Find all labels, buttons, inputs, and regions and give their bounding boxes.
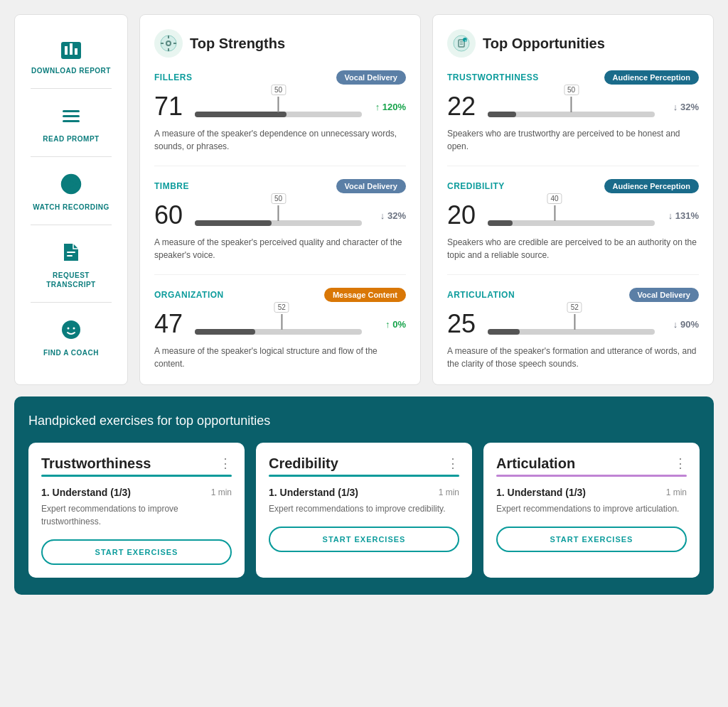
exercise-credibility-accent <box>269 475 459 477</box>
metric-organization-change: ↑ 0% <box>370 319 406 330</box>
fillers-marker-label: 50 <box>271 85 286 95</box>
articulation-bar-track <box>488 329 655 335</box>
exercise-articulation-accent <box>496 475 687 477</box>
organization-marker-label: 52 <box>274 302 289 313</box>
svg-point-11 <box>62 320 80 339</box>
metric-timbre-bar-wrapper: 50 <box>195 205 362 226</box>
metric-articulation-bar-wrapper: 52 <box>488 313 655 335</box>
exercise-articulation-step: 1. Understand (1/3) <box>496 487 586 498</box>
svg-rect-2 <box>70 43 73 55</box>
exercise-credibility-title: Credibility <box>269 455 338 472</box>
opportunities-title: ✓ Top Opportunities <box>447 29 699 58</box>
exercise-articulation-desc: Expert recommendations to improve articu… <box>496 502 687 515</box>
metric-articulation-desc: A measure of the speaker's formation and… <box>447 345 699 370</box>
exercise-articulation-start-btn[interactable]: START EXERCISES <box>496 527 687 552</box>
exercise-card-trustworthiness: Trustworthiness ⋮ 1. Understand (1/3) 1 … <box>28 443 245 578</box>
bar-chart-icon <box>57 33 85 62</box>
exercise-trustworthiness-step: 1. Understand (1/3) <box>41 487 131 498</box>
svg-rect-3 <box>75 48 77 55</box>
organization-marker-line <box>281 314 282 330</box>
exercise-card-articulation-header: Articulation ⋮ <box>496 455 687 472</box>
metric-credibility-change: ↓ 131% <box>663 210 699 221</box>
trustworthiness-bar-track <box>488 112 655 117</box>
sidebar-divider-2 <box>31 156 112 157</box>
exercises-grid: Trustworthiness ⋮ 1. Understand (1/3) 1 … <box>28 443 700 578</box>
credibility-bar-fill <box>488 220 513 226</box>
metric-timbre-desc: A measure of the speaker's perceived qua… <box>154 236 406 261</box>
credibility-marker: 40 <box>547 193 562 221</box>
sidebar-divider-4 <box>31 302 112 303</box>
metric-organization-header: ORGANIZATION Message Content <box>154 288 406 302</box>
svg-point-20 <box>454 36 469 51</box>
organization-bar-track <box>195 329 362 335</box>
credibility-marker-line <box>554 205 555 221</box>
opportunities-icon: ✓ <box>447 29 476 58</box>
fillers-bar-fill <box>195 112 287 117</box>
svg-rect-5 <box>63 115 80 117</box>
articulation-bar-fill <box>488 329 520 335</box>
organization-bar-fill <box>195 329 255 335</box>
timbre-marker-label: 50 <box>271 193 286 204</box>
svg-rect-1 <box>65 46 68 55</box>
sidebar-label-download: DOWNLOAD REPORT <box>31 66 111 75</box>
sidebar-divider-3 <box>31 225 112 225</box>
exercise-articulation-menu[interactable]: ⋮ <box>674 455 687 471</box>
exercise-trustworthiness-start-btn[interactable]: START EXERCISES <box>41 539 232 565</box>
articulation-marker-label: 52 <box>567 302 582 313</box>
trustworthiness-bar-fill <box>488 112 516 117</box>
metric-trustworthiness-desc: Speakers who are trustworthy are perceiv… <box>447 127 699 153</box>
top-section: DOWNLOAD REPORT READ PROMPT <box>14 14 714 385</box>
sidebar-item-request-transcript[interactable]: REQUEST TRANSCRIPT <box>21 231 122 296</box>
top-strengths-card: Top Strengths FILLERS Vocal Delivery 71 … <box>139 14 421 385</box>
metric-organization-badge: Message Content <box>324 288 406 302</box>
sidebar-label-read: READ PROMPT <box>43 134 99 144</box>
exercise-credibility-step: 1. Understand (1/3) <box>269 487 358 498</box>
metric-credibility-badge: Audience Perception <box>604 179 699 193</box>
exercise-credibility-desc: Expert recommendations to improve credib… <box>269 502 459 515</box>
metric-organization-name: ORGANIZATION <box>154 290 224 300</box>
sidebar-item-read-prompt[interactable]: READ PROMPT <box>21 95 122 151</box>
exercise-credibility-start-btn[interactable]: START EXERCISES <box>269 527 459 552</box>
exercise-credibility-step-row: 1. Understand (1/3) 1 min <box>269 487 459 498</box>
trustworthiness-marker-line <box>571 97 572 112</box>
metric-fillers: FILLERS Vocal Delivery 71 50 ↑ 120 <box>154 70 406 166</box>
exercises-section: Handpicked exercises for top opportuniti… <box>14 396 714 595</box>
metric-credibility-bar-row: 20 40 ↓ 131% <box>447 200 699 230</box>
strengths-title: Top Strengths <box>154 29 406 58</box>
metric-fillers-change: ↑ 120% <box>370 102 406 112</box>
articulation-marker-line <box>574 314 575 330</box>
metric-organization-desc: A measure of the speaker's logical struc… <box>154 345 406 370</box>
metric-organization: ORGANIZATION Message Content 47 52 <box>154 288 406 370</box>
sidebar-item-watch-recording[interactable]: WATCH RECORDING <box>21 163 122 219</box>
metric-credibility-score: 20 <box>447 200 479 230</box>
metric-trustworthiness-bar-wrapper: 50 <box>488 96 655 117</box>
metric-trustworthiness-name: TRUSTWORTHINESS <box>447 72 539 82</box>
metric-articulation-badge: Vocal Delivery <box>629 288 699 302</box>
exercise-trustworthiness-menu[interactable]: ⋮ <box>219 455 232 471</box>
metric-credibility-bar-wrapper: 40 <box>488 205 655 226</box>
exercise-credibility-menu[interactable]: ⋮ <box>446 455 459 471</box>
exercise-trustworthiness-desc: Expert recommendations to improve trustw… <box>41 502 232 528</box>
exercise-articulation-time: 1 min <box>666 487 687 497</box>
metric-timbre-bar-row: 60 50 ↓ 32% <box>154 200 406 230</box>
timbre-bar-fill <box>195 220 272 226</box>
metric-trustworthiness-change: ↓ 32% <box>663 102 699 112</box>
metric-credibility-name: CREDIBILITY <box>447 181 505 191</box>
metric-fillers-score: 71 <box>154 92 186 122</box>
exercise-card-credibility: Credibility ⋮ 1. Understand (1/3) 1 min … <box>256 443 472 578</box>
metric-timbre-change: ↓ 32% <box>370 210 406 221</box>
metric-trustworthiness: TRUSTWORTHINESS Audience Perception 22 5… <box>447 70 699 166</box>
credibility-marker-label: 40 <box>547 193 562 204</box>
sidebar-item-download-report[interactable]: DOWNLOAD REPORT <box>21 26 122 82</box>
lines-icon <box>57 102 85 130</box>
metric-fillers-bar-wrapper: 50 <box>195 96 362 117</box>
metric-articulation-bar-row: 25 52 ↓ 90% <box>447 309 699 339</box>
exercise-card-articulation: Articulation ⋮ 1. Understand (1/3) 1 min… <box>483 443 700 578</box>
articulation-marker: 52 <box>567 302 582 330</box>
sidebar-item-find-coach[interactable]: FIND A COACH <box>21 308 122 365</box>
exercise-trustworthiness-step-row: 1. Understand (1/3) 1 min <box>41 487 232 498</box>
metric-trustworthiness-bar-row: 22 50 ↓ 32% <box>447 92 699 122</box>
document-icon <box>57 238 85 266</box>
metric-timbre-name: TIMBRE <box>154 181 189 191</box>
trustworthiness-marker: 50 <box>564 85 579 112</box>
